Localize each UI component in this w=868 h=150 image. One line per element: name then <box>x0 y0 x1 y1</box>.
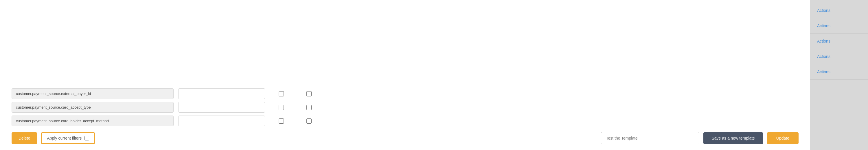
test-template-input[interactable] <box>601 132 699 144</box>
delete-button[interactable]: Delete <box>11 132 37 144</box>
save-template-button[interactable]: Save as a new template <box>703 132 763 144</box>
filter-row-2: customer.payment_source.card_accept_type <box>11 102 799 113</box>
apply-filters-button[interactable]: Apply current filters <box>41 132 95 144</box>
apply-filters-label: Apply current filters <box>47 136 82 141</box>
sidebar-action-4[interactable]: Actions <box>810 49 868 64</box>
checkbox-3b[interactable] <box>306 118 312 124</box>
field-label-1: customer.payment_source.external_payer_i… <box>11 88 174 99</box>
checkbox-cell-3a <box>270 118 293 124</box>
sidebar-action-5[interactable]: Actions <box>810 64 868 80</box>
field-input-2[interactable] <box>178 102 265 113</box>
field-input-3[interactable] <box>178 116 265 126</box>
checkbox-cell-1a <box>270 91 293 96</box>
sidebar-action-3[interactable]: Actions <box>810 34 868 49</box>
checkbox-cell-1b <box>298 91 320 96</box>
checkbox-3a[interactable] <box>279 118 284 124</box>
checkbox-2a[interactable] <box>279 105 284 110</box>
checkbox-cell-2a <box>270 105 293 110</box>
field-input-1[interactable] <box>178 88 265 99</box>
bottom-bar: Delete Apply current filters Save as a n… <box>11 132 799 144</box>
sidebar-action-1[interactable]: Actions <box>810 3 868 18</box>
main-panel: customer.payment_source.external_payer_i… <box>0 0 810 150</box>
checkbox-cell-3b <box>298 118 320 124</box>
checkbox-cell-2b <box>298 105 320 110</box>
sidebar-action-2[interactable]: Actions <box>810 18 868 34</box>
update-button[interactable]: Update <box>767 132 799 144</box>
checkbox-1a[interactable] <box>279 91 284 96</box>
right-sidebar: Actions Actions Actions Actions Actions <box>810 0 868 150</box>
filter-row-1: customer.payment_source.external_payer_i… <box>11 88 799 99</box>
apply-filters-checkbox[interactable] <box>85 136 89 141</box>
checkbox-1b[interactable] <box>306 91 312 96</box>
filter-row-3: customer.payment_source.card_holder_acce… <box>11 116 799 126</box>
field-label-2: customer.payment_source.card_accept_type <box>11 102 174 113</box>
rows-area: customer.payment_source.external_payer_i… <box>11 88 799 126</box>
field-label-3: customer.payment_source.card_holder_acce… <box>11 116 174 126</box>
checkbox-2b[interactable] <box>306 105 312 110</box>
